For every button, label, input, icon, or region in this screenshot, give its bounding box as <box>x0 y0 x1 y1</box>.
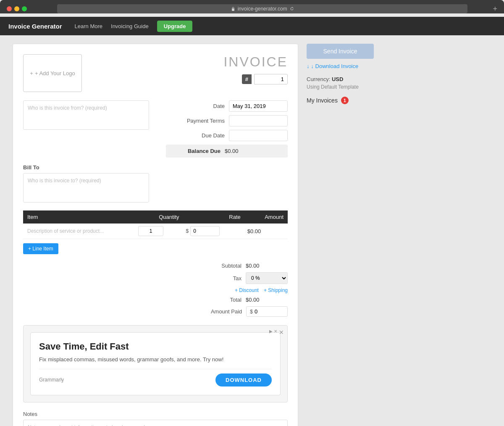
item-desc-cell <box>23 224 136 239</box>
total-row: Total $0.00 <box>200 297 288 303</box>
my-invoices-label[interactable]: My Invoices <box>307 97 338 104</box>
amount-paid-row: Amount Paid $ <box>200 306 288 317</box>
balance-due-value: $0.00 <box>225 148 284 154</box>
balance-due-label: Balance Due <box>170 148 220 154</box>
notes-label: Notes <box>23 411 288 417</box>
currency-value: USD <box>332 76 343 82</box>
send-invoice-button[interactable]: Send Invoice <box>307 44 374 59</box>
item-description-input[interactable] <box>26 226 133 236</box>
plus-icon: + <box>30 70 33 76</box>
invoice-form: + + Add Your Logo INVOICE # Date <box>13 44 298 426</box>
logo-placeholder-text: + Add Your Logo <box>35 70 75 76</box>
invoice-number-row: # <box>223 74 288 84</box>
date-input[interactable] <box>229 100 288 112</box>
currency-label: Currency: <box>307 76 330 82</box>
upgrade-button[interactable]: Upgrade <box>157 21 193 32</box>
item-rate-cell: $ <box>184 224 245 239</box>
nav-invoicing-guide[interactable]: Invoicing Guide <box>111 23 149 29</box>
subtotal-value: $0.00 <box>246 263 288 269</box>
date-label: Date <box>174 103 225 109</box>
currency-row: Currency: USD <box>307 76 374 82</box>
download-invoice-button[interactable]: ↓ ↓ Download Invoice <box>307 63 358 69</box>
traffic-light-yellow[interactable] <box>14 6 19 11</box>
from-section <box>23 100 149 158</box>
col-quantity: Quantity <box>136 210 184 224</box>
add-line-item-button[interactable]: + Line Item <box>23 243 58 254</box>
amount-paid-input[interactable] <box>255 308 284 315</box>
amount-paid-cell: $ <box>246 306 288 317</box>
tax-select[interactable]: 0 % <box>246 272 288 284</box>
add-shipping-button[interactable]: + Shipping <box>264 287 288 293</box>
items-table-body: $ $0.00 <box>23 224 288 239</box>
reload-icon <box>290 7 294 11</box>
col-rate: Rate <box>184 210 245 224</box>
item-rate-input[interactable] <box>190 226 220 236</box>
ad-brand: Grammarly <box>39 377 64 383</box>
rate-prefix: $ <box>186 228 189 234</box>
discount-shipping-row: + Discount + Shipping <box>235 287 288 293</box>
bill-to-label: Bill To <box>23 164 288 171</box>
payment-terms-input[interactable] <box>229 115 288 126</box>
balance-due-row: Balance Due $0.00 <box>166 145 288 158</box>
download-icon: ↓ <box>307 63 310 69</box>
total-label: Total <box>200 297 242 303</box>
item-amount-cell: $0.00 <box>245 224 288 239</box>
from-input[interactable] <box>23 100 149 130</box>
col-item: Item <box>23 210 136 224</box>
add-discount-button[interactable]: + Discount <box>235 287 259 293</box>
lock-icon <box>231 7 235 11</box>
amount-paid-prefix: $ <box>250 309 253 315</box>
nav-learn-more[interactable]: Learn More <box>75 23 102 29</box>
subtotal-row: Subtotal $0.00 <box>200 263 288 269</box>
ad-close-button[interactable]: ✕ <box>279 329 284 336</box>
tax-label: Tax <box>200 275 242 281</box>
invoice-number-input[interactable] <box>254 74 288 84</box>
invoice-title-area: INVOICE # <box>223 54 288 84</box>
traffic-light-red[interactable] <box>7 6 12 11</box>
items-table-header: Item Quantity Rate Amount <box>23 210 288 224</box>
invoice-number-label: # <box>242 74 252 84</box>
invoice-title: INVOICE <box>223 54 288 70</box>
item-quantity-input[interactable] <box>138 226 163 236</box>
download-invoice-label: ↓ Download Invoice <box>311 63 359 69</box>
items-table: Item Quantity Rate Amount $ <box>23 210 288 239</box>
due-date-label: Due Date <box>174 132 225 139</box>
item-amount-value: $0.00 <box>247 228 261 234</box>
subtotal-label: Subtotal <box>200 263 242 269</box>
item-qty-cell <box>136 224 184 239</box>
bill-to-input[interactable] <box>23 173 149 202</box>
date-row: Date <box>174 100 288 112</box>
notes-input[interactable] <box>23 420 288 426</box>
svg-rect-0 <box>232 8 234 11</box>
logo-upload-box[interactable]: + + Add Your Logo <box>23 54 82 92</box>
due-date-row: Due Date <box>174 130 288 141</box>
amount-paid-label: Amount Paid <box>200 308 242 315</box>
table-row: $ $0.00 <box>23 224 288 239</box>
ad-content: Save Time, Edit Fast Fix misplaced comma… <box>39 341 272 387</box>
ad-inner: Save Time, Edit Fast Fix misplaced comma… <box>30 332 281 395</box>
ad-title: Save Time, Edit Fast <box>39 341 272 352</box>
ad-footer: Grammarly DOWNLOAD <box>39 369 272 387</box>
col-amount: Amount <box>245 210 288 224</box>
total-value: $0.00 <box>246 297 288 303</box>
my-invoices-badge: 1 <box>341 97 349 104</box>
ad-download-button[interactable]: DOWNLOAD <box>215 373 272 387</box>
my-invoices-row: My Invoices 1 <box>307 97 374 104</box>
template-label: Using Default Template <box>307 84 374 90</box>
notes-section: Notes <box>23 411 288 426</box>
bill-to-section: Bill To <box>23 164 288 204</box>
ad-badge: ▶ ✕ <box>269 329 277 334</box>
ad-section: ▶ ✕ ✕ Save Time, Edit Fast Fix misplaced… <box>23 325 288 402</box>
address-bar[interactable]: invoice-generator.com <box>57 4 467 13</box>
totals-section: Subtotal $0.00 Tax 0 % + Discount + Ship… <box>23 263 288 317</box>
meta-fields: Date Payment Terms Due Date Balance Due … <box>166 100 288 158</box>
app-logo: Invoice Generator <box>8 23 62 30</box>
new-tab-button[interactable]: + <box>493 5 497 13</box>
invoice-header: + + Add Your Logo INVOICE # <box>23 54 288 92</box>
traffic-light-green[interactable] <box>22 6 27 11</box>
ad-description: Fix misplaced commas, misused words, gra… <box>39 355 272 364</box>
main-area: + + Add Your Logo INVOICE # Date <box>0 35 504 426</box>
sidebar: Send Invoice ↓ ↓ Download Invoice Curren… <box>307 44 374 426</box>
url-text: invoice-generator.com <box>238 6 287 12</box>
due-date-input[interactable] <box>229 130 288 141</box>
